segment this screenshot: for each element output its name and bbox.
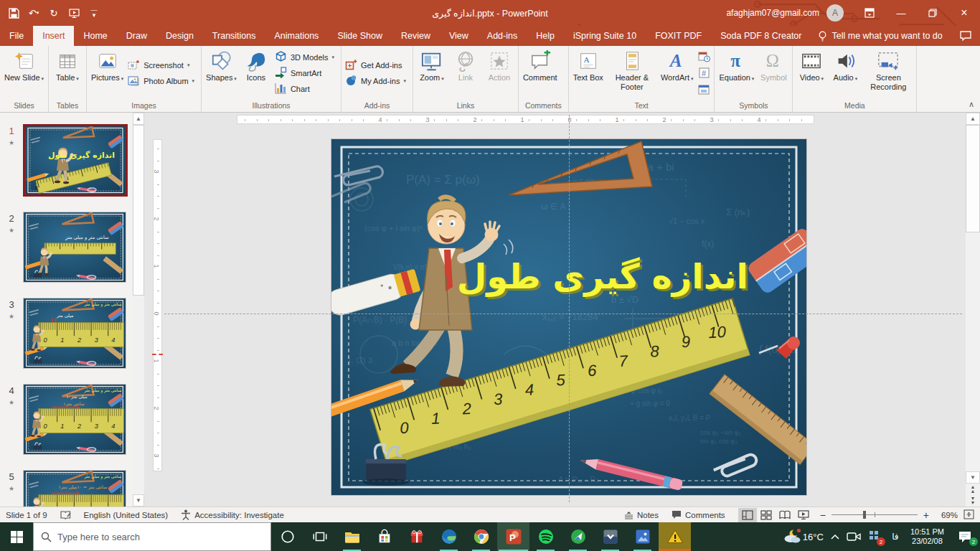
tab-ispring-suite-10[interactable]: iSpring Suite 10	[564, 26, 646, 46]
taskbar-search[interactable]: Type here to search	[33, 522, 271, 551]
slide-thumbnail-2[interactable]: سانتی متر و میلی متر	[23, 212, 126, 283]
tab-review[interactable]: Review	[392, 26, 440, 46]
slide-thumbnail-1[interactable]: اندازه گیری طول	[23, 124, 128, 197]
scroll-down-icon[interactable]: ▼	[133, 494, 144, 507]
language-indicator[interactable]: English (United States)	[84, 511, 169, 519]
audio-button[interactable]: Audio ▾	[829, 47, 862, 99]
minimize-button[interactable]: —	[885, 0, 917, 26]
photo-album-button[interactable]: Photo Album▾	[126, 73, 199, 89]
taskbar-app-warning[interactable]	[659, 522, 691, 551]
vertical-ruler[interactable]: 3210123	[153, 139, 162, 471]
slide-thumbnail-5[interactable]: سانتی متر و میلی متر۱سانتی متر = ۱۰میلی …	[23, 470, 126, 507]
taskbar-app-cortana[interactable]	[271, 522, 303, 551]
tab-draw[interactable]: Draw	[117, 26, 156, 46]
taskbar-app-chrome[interactable]	[465, 522, 497, 551]
zoom-button[interactable]: Zoom ▾	[415, 47, 448, 99]
close-button[interactable]: ×	[948, 0, 980, 26]
undo-icon[interactable]: ↶▾	[27, 6, 40, 19]
save-icon[interactable]	[7, 6, 20, 19]
table-button[interactable]: Table ▾	[51, 47, 84, 99]
tab-home[interactable]: Home	[74, 26, 116, 46]
tab-add-ins[interactable]: Add-ins	[478, 26, 527, 46]
video-button[interactable]: Video ▾	[795, 47, 828, 99]
taskbar-app-green-app[interactable]	[562, 522, 594, 551]
slide-number-icon[interactable]: #	[696, 65, 712, 80]
language-switcher[interactable]: فا	[886, 522, 905, 551]
scroll-down-icon[interactable]: ▼	[966, 471, 980, 484]
new-slide-button[interactable]: New Slide ▾	[2, 47, 46, 99]
wordart-button[interactable]: AWordArt ▾	[659, 47, 696, 99]
scroll-up-icon[interactable]: ▲	[133, 113, 144, 125]
taskbar-app-edge[interactable]	[433, 522, 465, 551]
tab-design[interactable]: Design	[156, 26, 203, 46]
clock[interactable]: 10:51 PM23/02/08	[905, 522, 950, 551]
taskbar-app-gift[interactable]	[400, 522, 433, 551]
zoom-in-icon[interactable]: +	[923, 509, 929, 521]
chart-button[interactable]: Chart	[273, 81, 339, 97]
text-box-button[interactable]: AText Box	[571, 47, 606, 99]
equation-button[interactable]: πEquation ▾	[717, 47, 756, 99]
start-button[interactable]	[0, 522, 33, 551]
zoom-percentage[interactable]: 69%	[935, 511, 958, 519]
notes-toggle[interactable]: Notes	[624, 511, 659, 519]
date-time-icon[interactable]	[696, 49, 712, 64]
zoom-slider[interactable]	[831, 514, 918, 515]
smartart-button[interactable]: SmartArt	[273, 65, 339, 81]
tab-file[interactable]: File	[0, 26, 33, 46]
my-add-ins-button[interactable]: My Add-ins▾	[344, 73, 410, 89]
tab-foxit-pdf[interactable]: FOXIT PDF	[646, 26, 711, 46]
tab-help[interactable]: Help	[527, 26, 564, 46]
thumbnail-scrollbar[interactable]: ▲ ▼	[133, 113, 144, 507]
horizontal-guide[interactable]	[164, 314, 962, 314]
shapes-button[interactable]: Shapes ▾	[204, 47, 239, 99]
header-footer-button[interactable]: Header & Footer	[606, 47, 658, 99]
taskbar-app-spotify[interactable]	[529, 522, 562, 551]
meet-now-icon[interactable]	[843, 522, 864, 551]
slide-indicator[interactable]: Slide 1 of 9	[6, 511, 47, 519]
collapse-ribbon-icon[interactable]: ∧	[969, 100, 974, 109]
slide-thumbnail-4[interactable]: سانتی متر و میلی متر۱۰میلی متر۱سانتی متر…	[23, 384, 126, 455]
horizontal-ruler[interactable]: 432101234	[237, 115, 814, 124]
scroll-up-icon[interactable]: ▲	[966, 113, 980, 125]
slide-sorter-view-button[interactable]	[757, 508, 776, 522]
next-slide-icon[interactable]: ▼▼	[971, 495, 976, 507]
taskbar-app-video-app[interactable]	[594, 522, 626, 551]
ribbon-display-options-icon[interactable]	[854, 0, 885, 26]
tell-me-box[interactable]: Tell me what you want to do	[811, 26, 949, 46]
avatar[interactable]: A	[826, 4, 844, 22]
tab-soda-pdf-8-creator[interactable]: Soda PDF 8 Creator	[711, 26, 811, 46]
spell-check-icon[interactable]	[60, 510, 71, 520]
pictures-button[interactable]: Pictures ▾	[89, 47, 126, 99]
slideshow-view-button[interactable]	[794, 508, 813, 522]
notification-center[interactable]: 2	[950, 522, 980, 551]
account-email[interactable]: afaghjam07@gmail.com	[726, 8, 819, 18]
taskbar-app-explorer[interactable]	[336, 522, 368, 551]
normal-view-button[interactable]	[738, 508, 757, 522]
customize-quick-access-icon[interactable]: —▾	[88, 6, 100, 19]
screen-recording-button[interactable]: Screen Recording	[862, 47, 914, 99]
reading-view-button[interactable]	[776, 508, 794, 522]
weather-widget[interactable]: 16°C	[779, 522, 827, 551]
comments-toggle[interactable]: Comments	[672, 510, 725, 519]
vertical-guide[interactable]	[569, 115, 570, 502]
3d-models-button[interactable]: 3D Models▾	[273, 50, 339, 65]
icons-button[interactable]: Icons	[240, 47, 273, 99]
share-comment-icon[interactable]	[951, 26, 980, 46]
updates-tray-icon[interactable]: 2	[864, 522, 886, 551]
get-add-ins-button[interactable]: Get Add-ins	[344, 57, 410, 73]
redo-icon[interactable]: ↻	[47, 6, 60, 19]
start-slideshow-icon[interactable]	[67, 6, 80, 19]
taskbar-app-powerpoint[interactable]: P	[497, 522, 529, 551]
editor-scrollbar[interactable]: ▲ ▼ ▲▲ ▼▼	[966, 113, 980, 507]
object-icon[interactable]	[696, 82, 712, 97]
previous-slide-icon[interactable]: ▲▲	[971, 484, 976, 495]
screenshot-button[interactable]: Screenshot▾	[126, 57, 199, 73]
restore-button[interactable]	[917, 0, 948, 26]
taskbar-app-task-view[interactable]	[303, 522, 336, 551]
hidden-icons-chevron[interactable]	[827, 522, 843, 551]
tab-insert[interactable]: Insert	[33, 26, 74, 46]
tab-view[interactable]: View	[440, 26, 478, 46]
zoom-out-icon[interactable]: −	[820, 509, 826, 521]
taskbar-app-store[interactable]	[368, 522, 400, 551]
tab-slide-show[interactable]: Slide Show	[328, 26, 392, 46]
